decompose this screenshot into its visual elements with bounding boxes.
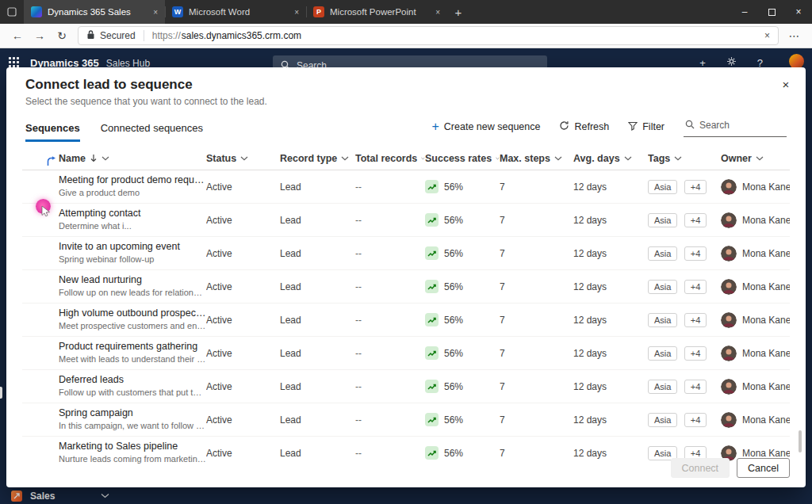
tab-actions-icon[interactable] [0,0,24,24]
owner-name: Mona Kane [742,348,790,359]
sequence-row[interactable]: Meeting for product demo requests Give a… [22,170,790,204]
back-button[interactable]: ← [6,25,29,46]
tag-pill: Asia [648,246,677,261]
sequence-name: Invite to an upcoming event [59,241,206,254]
new-tab-button[interactable]: + [447,0,469,24]
avg-days-cell: 12 days [573,448,648,459]
avg-days-cell: 12 days [573,215,648,226]
sequence-row[interactable]: New lead nurturing Follow up on new lead… [22,270,790,304]
browser-tab-bar: Dynamics 365 Sales × W Microsoft Word × … [0,0,812,24]
dialog-search-box[interactable] [684,116,787,137]
tags-cell: Asia +4 [648,313,721,327]
column-header-tags[interactable]: Tags [648,153,721,164]
status-cell: Active [206,414,280,426]
chevron-down-icon [102,156,109,161]
success-rate-value: 56% [444,348,463,359]
tab-close-icon[interactable]: × [294,8,299,17]
forward-button[interactable]: → [29,25,51,46]
tags-cell: Asia +4 [648,346,721,361]
avg-days-cell: 12 days [573,414,648,426]
owner-name: Mona Kane [742,381,790,392]
refresh-icon [559,120,569,133]
record-type-cell: Lead [280,215,355,226]
filter-button[interactable]: Filter [628,121,665,133]
column-header-record-type[interactable]: Record type [280,153,355,164]
success-rate-cell: 56% [425,313,500,326]
sequence-name-cell: Marketing to Sales pipeline Nurture lead… [59,441,206,465]
sequence-row[interactable]: High volume outbound prospecting Meet pr… [22,304,790,337]
browser-tab[interactable]: W Microsoft Word × [165,0,306,24]
record-type-cell: Lead [280,381,355,392]
column-header-name[interactable]: Name [59,153,206,164]
sequence-name-cell: Spring campaign In this campaign, we wan… [59,407,206,432]
column-header-avg-days[interactable]: Avg. days [573,153,648,164]
security-label: Secured [100,30,136,41]
sequence-row[interactable]: Invite to an upcoming event Spring webin… [22,237,790,270]
sequence-row[interactable]: Attempting contact Determine what i... A… [22,204,790,237]
vertical-scrollbar-thumb[interactable] [799,430,802,452]
status-cell: Active [206,181,280,193]
sequence-name: New lead nurturing [59,274,206,287]
tab-connected-sequences[interactable]: Connected sequences [101,122,203,142]
tab-close-icon[interactable]: × [435,8,440,17]
status-cell: Active [206,281,280,292]
plus-icon: + [431,120,439,133]
browser-tabs: Dynamics 365 Sales × W Microsoft Word × … [24,0,447,24]
column-header-status[interactable]: Status [206,153,280,164]
record-type-cell: Lead [280,315,355,326]
sequence-row[interactable]: Deferred leads Follow up with customers … [22,370,790,403]
trend-up-icon [425,246,439,260]
tags-cell: Asia +4 [648,280,721,294]
max-steps-cell: 7 [500,348,573,359]
tag-pill: Asia [648,280,677,294]
minimize-button[interactable]: – [731,0,758,24]
sequence-name-cell: Product requirements gathering Meet with… [59,341,206,365]
tap-indicator-icon [46,155,56,170]
avg-days-cell: 12 days [573,348,648,359]
chevron-down-icon [756,156,764,161]
reload-button[interactable]: ↻ [51,25,73,46]
dialog-close-icon[interactable]: × [776,74,795,94]
total-records-cell: -- [355,181,425,193]
dialog-search-input[interactable] [699,120,782,131]
browser-tab[interactable]: Dynamics 365 Sales × [24,0,165,24]
column-header-max-steps[interactable]: Max. steps [500,153,573,164]
sequence-row[interactable]: Spring campaign In this campaign, we wan… [22,403,790,437]
search-icon [685,118,695,132]
max-steps-cell: 7 [500,281,573,292]
total-records-cell: -- [355,414,425,426]
connect-button[interactable]: Connect [671,458,730,478]
sequence-description: Determine what i... [59,221,206,232]
record-type-cell: Lead [280,281,355,292]
tag-pill: Asia [648,346,677,361]
sequences-table: Name Status Record type Total records Su… [22,147,790,465]
create-new-sequence-button[interactable]: + Create new sequence [431,120,540,133]
sequence-row[interactable]: Product requirements gathering Meet with… [22,337,790,370]
column-header-success-rates[interactable]: Success rates [425,153,500,164]
status-cell: Active [206,215,280,226]
column-header-owner[interactable]: Owner [721,153,790,164]
word-favicon: W [172,6,183,17]
owner-cell: Mona Kane [721,212,790,228]
sequence-name: High volume outbound prospecting [59,307,206,320]
area-switcher[interactable]: Sales [0,487,812,504]
dialog-toolbar: Sequences Connected sequences + Create n… [25,116,787,142]
owner-cell: Mona Kane [721,412,790,428]
filter-icon [628,121,638,133]
browser-tab[interactable]: P Microsoft PowerPoint × [306,0,447,24]
browser-menu-icon[interactable]: ⋯ [783,29,806,42]
close-window-button[interactable]: × [785,0,812,24]
refresh-button[interactable]: Refresh [559,120,609,133]
address-url-field[interactable]: Secured https:// sales.dynamics365.crm.c… [78,26,779,45]
tag-overflow-pill: +4 [684,346,707,361]
tab-close-icon[interactable]: × [153,8,158,17]
sequence-name: Meeting for product demo requests [59,174,206,187]
tab-sequences[interactable]: Sequences [25,122,80,142]
clear-url-icon[interactable]: × [764,30,770,41]
tag-overflow-pill: +4 [684,180,707,194]
maximize-button[interactable] [758,0,785,24]
cancel-button[interactable]: Cancel [737,458,790,478]
status-cell: Active [206,248,280,259]
tag-overflow-pill: +4 [684,213,707,227]
column-header-total-records[interactable]: Total records [355,153,425,164]
